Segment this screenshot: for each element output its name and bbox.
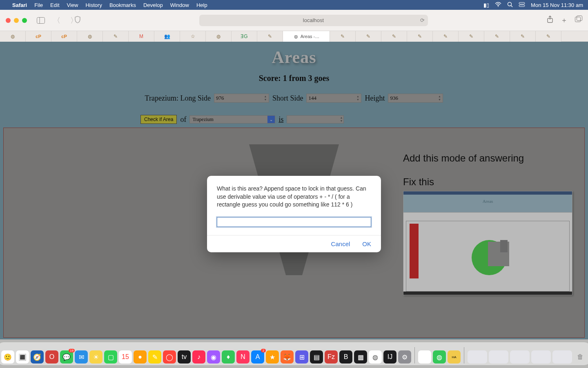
pencil-icon: ✎	[520, 34, 526, 39]
browser-tab[interactable]: ✎	[459, 31, 484, 42]
browser-tab[interactable]: ◍	[77, 31, 103, 42]
browser-tab-active[interactable]: ◍ Areas -…	[283, 31, 330, 42]
dock-app-safari[interactable]: 🧭	[31, 350, 44, 364]
dock-app-launchpad[interactable]: 🔳	[16, 350, 29, 364]
reload-icon[interactable]: ⟳	[420, 17, 425, 23]
spotlight-icon[interactable]	[507, 2, 513, 9]
dock-app-news[interactable]: N	[236, 350, 249, 364]
dock-app[interactable]: ●	[134, 350, 147, 364]
dock-app[interactable]: ⊞	[295, 350, 308, 364]
pencil-icon: ✎	[391, 34, 397, 39]
share-icon[interactable]	[547, 16, 553, 25]
pencil-icon: ✎	[340, 34, 345, 39]
dock-app-notes[interactable]: ✎	[148, 350, 161, 364]
dock-app-settings[interactable]: ⚙︎	[398, 350, 411, 364]
menu-bookmarks[interactable]: Bookmarks	[109, 2, 136, 8]
menubar-clock[interactable]: Mon 15 Nov 11:30 am	[531, 2, 583, 8]
browser-tab[interactable]: ✎	[433, 31, 459, 42]
menu-edit[interactable]: Edit	[50, 2, 59, 8]
favicon-icon: ◍	[87, 34, 93, 39]
new-tab-icon[interactable]: ＋	[561, 16, 568, 25]
control-center-icon[interactable]	[519, 2, 525, 8]
browser-tab[interactable]: ◍	[0, 31, 26, 42]
dock-app[interactable]: ◍	[433, 350, 446, 364]
browser-tab[interactable]: 👥	[154, 31, 180, 42]
browser-tab[interactable]: ✎	[407, 31, 433, 42]
dock-recent-thumbnail[interactable]	[552, 350, 572, 364]
menu-help[interactable]: Help	[196, 2, 207, 8]
browser-tab[interactable]: ◍	[206, 31, 232, 42]
browser-tab[interactable]: ☆	[180, 31, 206, 42]
dock-app-tv[interactable]: tv	[178, 350, 191, 364]
dock-recent-thumbnail[interactable]	[531, 350, 551, 364]
browser-tab[interactable]: ✎	[330, 31, 356, 42]
dock-app[interactable]: ★	[266, 350, 279, 364]
dock-app-intellij[interactable]: IJ	[383, 350, 396, 364]
dock-app-mail[interactable]: ✉︎	[75, 350, 88, 364]
dock-recent-thumbnail[interactable]	[510, 350, 530, 364]
dock-app-facetime[interactable]: ▢	[104, 350, 117, 364]
app-menu[interactable]: Safari	[12, 2, 27, 8]
browser-tab[interactable]: ✎	[381, 31, 407, 42]
menu-history[interactable]: History	[85, 2, 102, 8]
dock-app[interactable]: ♦︎	[222, 350, 235, 364]
dock-trash-icon[interactable]: 🗑	[574, 350, 587, 364]
pencil-icon: ✎	[267, 34, 273, 39]
dock-app-messages[interactable]: 💬19	[60, 350, 73, 364]
menu-window[interactable]: Window	[170, 2, 189, 8]
dock-app[interactable]: ▤	[310, 350, 323, 364]
dock-recent-thumbnail[interactable]	[489, 350, 508, 364]
dock-divider	[414, 347, 415, 364]
dock-app-firefox[interactable]: 🦊	[281, 350, 294, 364]
menu-develop[interactable]: Develop	[143, 2, 163, 8]
dock-app-mamp[interactable]: ◍	[369, 350, 382, 364]
svg-rect-5	[37, 17, 45, 23]
favicon-icon: ◍	[10, 34, 16, 39]
wifi-icon	[495, 2, 501, 8]
dock-app-filezilla[interactable]: Fz	[325, 350, 338, 364]
dock-app-music[interactable]: ♪	[192, 350, 205, 364]
dock-app[interactable]: ☀︎	[89, 350, 102, 364]
dock-recent-thumbnail[interactable]	[468, 350, 487, 364]
browser-tab[interactable]: ✎	[356, 31, 381, 42]
url-bar[interactable]: localhost ⟳	[199, 15, 428, 26]
dock-app-podcasts[interactable]: ◉	[207, 350, 220, 364]
browser-tab[interactable]: M	[129, 31, 154, 42]
pencil-icon: ✎	[443, 34, 448, 39]
dock-app[interactable]: ◯	[163, 350, 176, 364]
browser-tab[interactable]: ✎	[510, 31, 536, 42]
page-viewport: Areas Score: 1 from 3 goes Trapezium: Lo…	[0, 42, 588, 339]
back-button[interactable]: 〈	[51, 16, 63, 25]
prompt-cancel-button[interactable]: Cancel	[331, 240, 350, 247]
macos-dock: 🙂 🔳 🧭 O 💬19 ✉︎ ☀︎ ▢ 15 ● ✎ ◯ tv ♪ ◉ ♦︎ N…	[0, 342, 588, 365]
prompt-ok-button[interactable]: OK	[362, 240, 371, 247]
privacy-shield-icon[interactable]	[74, 16, 81, 25]
browser-tab[interactable]: ✎	[103, 31, 129, 42]
dock-app-opera[interactable]: O	[45, 350, 58, 364]
dock-app-terminal[interactable]: ▩	[354, 350, 367, 364]
dock-app[interactable]: B	[339, 350, 352, 364]
dock-app[interactable]: HA	[448, 350, 461, 364]
browser-tab[interactable]: ƎG	[232, 31, 257, 42]
prompt-input[interactable]	[217, 217, 371, 227]
close-window-button[interactable]	[6, 18, 11, 23]
svg-rect-8	[575, 17, 581, 22]
window-controls	[6, 18, 27, 23]
battery-icon: ▮▯	[483, 2, 489, 8]
zoom-window-button[interactable]	[22, 18, 27, 23]
browser-tab[interactable]: ✎	[536, 31, 561, 42]
menu-view[interactable]: View	[67, 2, 78, 8]
browser-tab[interactable]: cP	[26, 31, 51, 42]
minimize-window-button[interactable]	[14, 18, 19, 23]
tab-overview-icon[interactable]	[575, 16, 582, 25]
menu-file[interactable]: File	[34, 2, 43, 8]
dock-app-finder[interactable]: 🙂	[1, 350, 14, 364]
prompt-dialog: What is this area? Append space to lock …	[207, 176, 381, 252]
browser-tab[interactable]: ✎	[257, 31, 283, 42]
dock-app-chrome[interactable]: ◉	[418, 350, 431, 364]
dock-app-calendar[interactable]: 15	[119, 350, 132, 364]
browser-tab[interactable]: ✎	[484, 31, 510, 42]
browser-tab[interactable]: cP	[51, 31, 77, 42]
dock-app-appstore[interactable]: A2	[251, 350, 264, 364]
sidebar-toggle-icon[interactable]	[36, 16, 46, 25]
